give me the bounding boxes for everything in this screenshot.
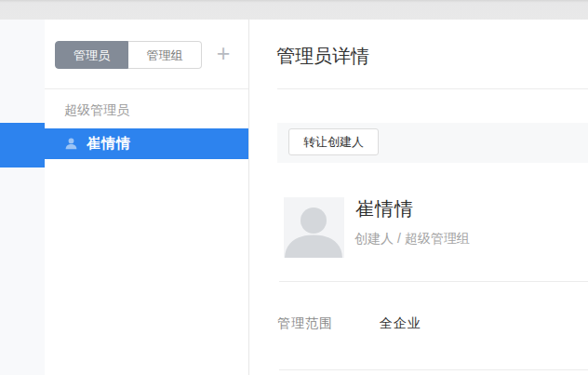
sidebar-item-label: 崔情情 (87, 135, 131, 153)
profile-divider (279, 281, 588, 282)
scope-field-label: 管理范围 (277, 315, 333, 332)
tab-admin-groups[interactable]: 管理组 (128, 41, 202, 69)
user-icon (64, 137, 78, 151)
action-strip: 转让创建人 (277, 123, 588, 163)
plus-icon: + (217, 40, 231, 66)
scope-field-value: 全企业 (380, 315, 421, 332)
nav-rail-active-item[interactable] (0, 123, 45, 167)
admin-detail-panel: 管理员详情 转让创建人 崔情情 创建人 / 超级管理组 管理范围 全企业 (249, 20, 588, 375)
avatar (284, 197, 344, 258)
sidebar-divider (45, 88, 248, 89)
avatar-placeholder-icon (284, 197, 344, 258)
profile-name: 崔情情 (355, 196, 414, 221)
top-bar (0, 0, 588, 20)
transfer-creator-button[interactable]: 转让创建人 (288, 128, 379, 155)
admin-type-tabs: 管理员 管理组 (55, 41, 202, 69)
admin-sidebar: 管理员 管理组 + 超级管理员 崔情情 (45, 20, 249, 375)
sidebar-group-label[interactable]: 超级管理员 (64, 100, 129, 119)
nav-rail (0, 20, 45, 375)
title-divider (277, 88, 588, 89)
page-title: 管理员详情 (276, 44, 369, 69)
sidebar-item-admin-selected[interactable]: 崔情情 (45, 128, 248, 159)
field-divider (279, 369, 588, 370)
tab-admins[interactable]: 管理员 (55, 41, 128, 69)
profile-role: 创建人 / 超级管理组 (354, 231, 470, 248)
add-admin-button[interactable]: + (209, 41, 237, 69)
